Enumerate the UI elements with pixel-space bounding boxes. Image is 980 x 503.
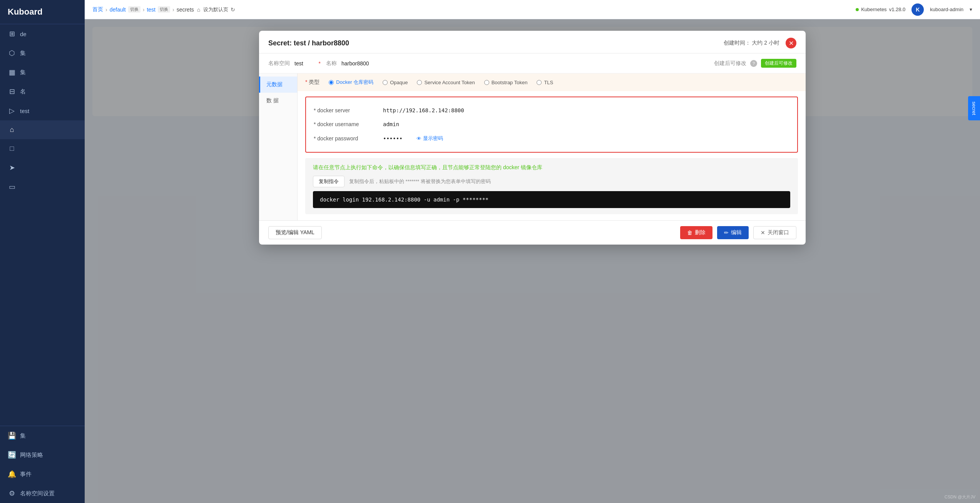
breadcrumb-home[interactable]: 首页: [92, 6, 103, 13]
breadcrumb-tag-default[interactable]: 切换: [128, 6, 140, 13]
type-option-docker[interactable]: Docker 仓库密码: [329, 79, 373, 86]
tab-data[interactable]: 数 据: [259, 93, 297, 109]
help-icon[interactable]: ?: [750, 60, 757, 67]
sidebar-item-ji[interactable]: ⬡ 集: [0, 43, 85, 63]
main-content: Secret: test / harbor8800 创建时间： 大约 2 小时 …: [85, 19, 980, 503]
sidebar-item-de[interactable]: ⊞ de: [0, 24, 85, 43]
username: kuboard-admin: [930, 7, 963, 12]
k8s-label: Kubernetes: [861, 7, 887, 12]
info-box: 请在任意节点上执行如下命令，以确保信息填写正确，且节点能够正常登陆您的 dock…: [305, 158, 798, 214]
sidebar-item-pkg[interactable]: ▭: [0, 177, 85, 197]
breadcrumb-test[interactable]: test: [147, 7, 156, 13]
docker-form-area: * docker server http://192.168.2.142:880…: [305, 97, 798, 153]
docker-server-value: http://192.168.2.142:8800: [383, 107, 464, 113]
type-option-service-account[interactable]: Service Account Token: [417, 80, 475, 85]
type-option-opaque[interactable]: Opaque: [383, 80, 408, 85]
sidebar-storage-label: 集: [20, 432, 26, 440]
send-icon: ➤: [8, 163, 16, 172]
sidebar-item-label: 集: [20, 50, 26, 57]
sidebar-item-ji2[interactable]: ▦ 集: [0, 63, 85, 82]
edit-label: 编辑: [731, 229, 742, 236]
footer-right: 🗑 删除 ✏ 编辑 ✕ 关闭窗口: [680, 226, 796, 239]
sidebar-item-name[interactable]: ⊟ 名: [0, 82, 85, 101]
network-icon: 🔄: [8, 451, 16, 459]
editable-label: 创建后可修改: [714, 60, 746, 67]
close-window-button[interactable]: ✕ 关闭窗口: [753, 226, 796, 239]
type-radio-docker[interactable]: [329, 80, 334, 85]
sidebar-item-home[interactable]: ⌂: [0, 120, 85, 139]
delete-button[interactable]: 🗑 删除: [680, 226, 712, 239]
sidebar-item-test[interactable]: ▷ test: [0, 101, 85, 120]
breadcrumb-tag-test[interactable]: 切换: [158, 6, 170, 13]
modal-footer: 预览/编辑 YAML 🗑 删除 ✏ 编辑 ✕ 关闭窗口: [259, 220, 806, 245]
type-option-tls[interactable]: TLS: [537, 80, 553, 85]
modal-header: Secret: test / harbor8800 创建时间： 大约 2 小时 …: [259, 31, 806, 53]
bell-icon: 🔔: [8, 470, 16, 478]
breadcrumb-default[interactable]: default: [110, 7, 126, 13]
type-radio-bootstrap[interactable]: [484, 80, 489, 85]
close-x-icon: ✕: [761, 230, 765, 236]
edit-button[interactable]: ✏ 编辑: [717, 226, 749, 239]
topbar-right: Kubernetes v1.28.0 K kuboard-admin ▾: [856, 3, 972, 16]
sidebar-item-label: 集: [20, 69, 26, 76]
user-avatar[interactable]: K: [911, 3, 924, 16]
command-text: docker login 192.168.2.142:8800 -u admin…: [320, 197, 488, 203]
collection-icon: ⬡: [8, 49, 16, 57]
name-required: *: [319, 60, 321, 67]
close-window-label: 关闭窗口: [768, 229, 789, 236]
sidebar-events-label: 事件: [20, 471, 32, 478]
docker-server-label: * docker server: [314, 107, 375, 113]
modal-body: 元数据 数 据 * 类型 Docker 仓库密码: [259, 73, 806, 220]
right-floating-tab[interactable]: secret: [968, 96, 980, 120]
k8s-status-dot: [856, 8, 859, 11]
sidebar-item-send[interactable]: ➤: [0, 158, 85, 177]
type-radio-opaque[interactable]: [383, 80, 388, 85]
topbar: 首页 › default 切换 › test 切换 › secrets ⌂ 设为…: [85, 0, 980, 19]
namespace-label: 名称空间: [268, 60, 290, 67]
docker-server-row: * docker server http://192.168.2.142:880…: [314, 103, 789, 117]
modal-overlay: Secret: test / harbor8800 创建时间： 大约 2 小时 …: [85, 19, 980, 503]
eye-icon: 👁: [416, 136, 421, 142]
yaml-button[interactable]: 预览/编辑 YAML: [268, 226, 322, 239]
sidebar-ns-settings-label: 名称空间设置: [20, 490, 55, 497]
type-option-bootstrap-label: Bootstrap Token: [492, 80, 528, 85]
type-option-bootstrap[interactable]: Bootstrap Token: [484, 80, 528, 85]
namespace-value: test: [294, 60, 303, 67]
delete-icon: 🗑: [687, 230, 692, 236]
package-icon: ▭: [8, 183, 16, 191]
show-password-button[interactable]: 👁 显示密码: [416, 135, 443, 142]
storage-icon: 💾: [8, 431, 16, 440]
namespace-icon: ⊟: [8, 87, 16, 96]
breadcrumb: 首页 › default 切换 › test 切换 › secrets ⌂ 设为…: [92, 6, 853, 13]
modal-header-right: 创建时间： 大约 2 小时 ✕: [724, 38, 796, 48]
tab-content: * 类型 Docker 仓库密码 Opaque: [298, 73, 806, 220]
editable-field: 创建后可修改 ? 创建后可修改: [385, 59, 796, 68]
k8s-badge: Kubernetes v1.28.0: [856, 7, 905, 12]
set-default-button[interactable]: 设为默认页: [203, 6, 228, 13]
sidebar-item-ns-settings[interactable]: ⚙ 名称空间设置: [0, 484, 85, 503]
tab-metadata[interactable]: 元数据: [259, 77, 297, 93]
delete-label: 删除: [695, 229, 706, 236]
type-option-opaque-label: Opaque: [390, 80, 408, 85]
tab-sidebar: 元数据 数 据: [259, 73, 298, 220]
create-time: 创建时间： 大约 2 小时: [724, 40, 779, 47]
refresh-icon[interactable]: ↻: [231, 7, 235, 13]
name-value: harbor8800: [341, 60, 369, 67]
sidebar-item-folder[interactable]: □: [0, 139, 85, 158]
copy-command-button[interactable]: 复制指令: [313, 176, 345, 187]
user-dropdown-icon[interactable]: ▾: [970, 7, 972, 12]
modal-close-button[interactable]: ✕: [786, 38, 796, 48]
type-radio-service-account[interactable]: [417, 80, 422, 85]
edit-icon: ✏: [724, 230, 729, 236]
sep1: ›: [105, 7, 107, 13]
sidebar-item-events[interactable]: 🔔 事件: [0, 465, 85, 484]
sidebar-item-network[interactable]: 🔄 网络策略: [0, 445, 85, 465]
cluster-icon: ⊞: [8, 30, 16, 38]
show-pwd-label: 显示密码: [423, 135, 443, 142]
test-icon: ▷: [8, 107, 16, 115]
type-radio-tls[interactable]: [537, 80, 542, 85]
sidebar-item-storage[interactable]: 💾 集: [0, 426, 85, 445]
footer-left: 预览/编辑 YAML: [268, 226, 322, 239]
k8s-version: v1.28.0: [889, 7, 906, 12]
name-field: * 名称 harbor8800: [319, 60, 369, 67]
